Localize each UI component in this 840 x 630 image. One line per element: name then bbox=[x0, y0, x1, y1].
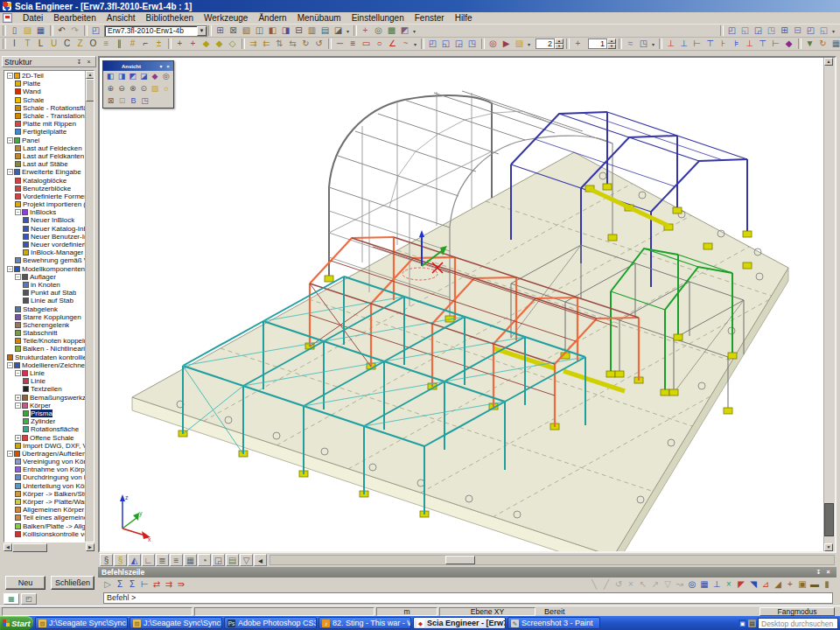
start-button[interactable]: Start bbox=[0, 616, 33, 630]
window-layout-6-icon[interactable]: ⊟ bbox=[791, 24, 804, 37]
tree-expander-icon[interactable]: − bbox=[7, 362, 13, 368]
tree-item-auflager[interactable]: −Auflager bbox=[5, 273, 86, 281]
move-back-icon[interactable]: ⇇ bbox=[260, 38, 273, 50]
scroll-left-icon[interactable]: ◀ bbox=[4, 543, 12, 551]
swap-icon[interactable]: ⇅ bbox=[273, 38, 286, 50]
copy-icon[interactable]: ◧ bbox=[266, 24, 279, 37]
tree-item-textzeilen[interactable]: Textzeilen bbox=[5, 385, 86, 393]
snap-mid-icon[interactable]: ⊿ bbox=[760, 578, 772, 591]
ansicht-toolbar-header[interactable]: Ansicht ▾ × bbox=[103, 61, 173, 71]
fly-icon[interactable]: ▶ bbox=[500, 38, 513, 50]
sum-all-icon[interactable]: Σ bbox=[126, 578, 138, 591]
cancel-icon[interactable]: × bbox=[625, 578, 637, 591]
tree-item-last-auf-feldkanten[interactable]: Last auf Feldkanten bbox=[5, 152, 86, 160]
support-node-icon[interactable]: ⊤ bbox=[704, 38, 717, 50]
tree-item-modellkomponenten[interactable]: −Modellkomponenten bbox=[5, 265, 86, 273]
support-roller-icon[interactable]: ⊢ bbox=[690, 38, 704, 50]
tree-expander-icon[interactable]: − bbox=[15, 274, 21, 280]
scroll-up-icon[interactable]: ▲ bbox=[824, 58, 833, 66]
tree-item-in-knoten[interactable]: in Knoten bbox=[5, 281, 86, 289]
toolbar-overflow-icon[interactable]: ▾ bbox=[830, 28, 836, 34]
support-point-icon[interactable]: ⊢ bbox=[769, 38, 782, 50]
view-front-icon[interactable]: ◧ bbox=[105, 72, 116, 82]
spin-down-icon[interactable]: ▼ bbox=[555, 44, 564, 49]
support-hinged-icon[interactable]: ⊥ bbox=[677, 38, 690, 50]
window-layout-1-icon[interactable]: ◰ bbox=[725, 24, 738, 37]
collapse-icon[interactable]: ◂ bbox=[254, 554, 267, 566]
layer-spinner-value[interactable]: 1 bbox=[588, 38, 607, 49]
tree-expander-icon[interactable]: − bbox=[7, 451, 13, 457]
tree-item-schale-rotationsflä[interactable]: Schale - Rotationsflä bbox=[5, 104, 86, 112]
undo-icon[interactable]: ↶ bbox=[55, 24, 68, 37]
window-layout-4-icon[interactable]: ◳ bbox=[765, 24, 778, 37]
view-window-2-icon[interactable]: ◱ bbox=[439, 38, 452, 50]
sum-selection-icon[interactable]: Σ bbox=[114, 578, 126, 591]
menu-bibliotheken[interactable]: Bibliotheken bbox=[141, 12, 199, 24]
tree-item-linie[interactable]: Linie bbox=[5, 377, 86, 385]
image-gallery-icon[interactable]: ▧ bbox=[240, 24, 253, 37]
tree-expander-icon[interactable]: − bbox=[7, 137, 13, 144]
tree-item-entnahme-von-körper[interactable]: Entnahme von Körper bbox=[5, 466, 86, 473]
target-icon[interactable]: ◎ bbox=[486, 38, 500, 50]
preview-icon[interactable]: ▥ bbox=[305, 24, 318, 37]
paste-icon[interactable]: ◨ bbox=[279, 24, 292, 37]
scroll-right-icon[interactable]: ▶ bbox=[86, 543, 94, 551]
rotate-back-icon[interactable]: ↺ bbox=[312, 38, 326, 50]
load-icon[interactable]: ▼ bbox=[803, 38, 816, 50]
zoom-out-icon[interactable]: ⊖ bbox=[116, 84, 128, 94]
scroll-down-icon[interactable]: ▼ bbox=[824, 543, 833, 551]
export-icon[interactable]: ◪ bbox=[332, 24, 345, 37]
view-top-icon[interactable]: ◩ bbox=[127, 72, 138, 82]
library-icon[interactable]: ▤ bbox=[318, 24, 332, 37]
clip-off-icon[interactable]: ⊡ bbox=[116, 96, 128, 107]
viewport-scroll-thumb[interactable] bbox=[824, 503, 834, 536]
task-scia[interactable]: ◆Scia Engineer - [Erw7... bbox=[413, 617, 506, 629]
node-add-icon[interactable]: + bbox=[173, 38, 186, 50]
print-data-icon[interactable]: ⊠ bbox=[227, 24, 240, 37]
support-fixed-icon[interactable]: ⊥ bbox=[664, 38, 677, 50]
tree-item-panel[interactable]: −Panel bbox=[5, 136, 86, 144]
view-save-icon[interactable]: ▨ bbox=[150, 84, 161, 94]
tree-item-balken-platte-allge[interactable]: Balken/Platte -> Allge bbox=[5, 522, 86, 530]
snap-intersect-icon[interactable]: + bbox=[784, 578, 796, 591]
fangmodus-button[interactable]: Fangmodus bbox=[760, 607, 835, 616]
tree-item-modellieren-zeichnen[interactable]: −Modellieren/Zeichnen bbox=[5, 361, 86, 369]
tree-item-neuer-vordefiniert[interactable]: Neuer vordefiniert bbox=[5, 241, 86, 248]
section-u-icon[interactable]: U bbox=[47, 38, 60, 50]
clip-box-icon[interactable]: ⊠ bbox=[105, 96, 116, 107]
toolbar-overflow-icon[interactable]: ▾ bbox=[650, 41, 656, 47]
menu-werkzeuge[interactable]: Werkzeuge bbox=[199, 12, 253, 24]
task-explorer-1[interactable]: ▨J:\Seagate Sync\SyncRe... bbox=[35, 617, 128, 629]
tree-item-balken-nichtlinearit[interactable]: Balken - Nichtlinearit bbox=[5, 345, 86, 353]
view-params-icon[interactable]: B bbox=[128, 96, 139, 107]
tree-expander-icon[interactable]: − bbox=[15, 370, 21, 376]
zoom-prev-icon[interactable]: ⊙ bbox=[138, 84, 150, 94]
cmd-opt-1-icon[interactable]: ▬ bbox=[808, 578, 821, 591]
tree-item-vordefinierte-formen[interactable]: Vordefinierte Formen bbox=[5, 192, 86, 200]
snap-cross-icon[interactable]: × bbox=[723, 578, 735, 591]
link-active-icon[interactable]: § bbox=[114, 554, 127, 566]
tree-item-bemaßungswerkzeug[interactable]: +Bemaßungswerkzeug bbox=[5, 394, 86, 402]
printer-icon[interactable]: ▤ bbox=[748, 620, 756, 627]
activity-icon[interactable]: ▤ bbox=[226, 554, 239, 566]
perpendicular-icon[interactable]: ⊢ bbox=[138, 578, 150, 591]
tree-item-fertigteilplatte[interactable]: Fertigteilplatte bbox=[5, 128, 86, 136]
paper-space-icon[interactable]: ◫ bbox=[253, 24, 266, 37]
tree-item-schale[interactable]: Schale bbox=[5, 96, 86, 104]
mesh-icon[interactable]: ▦ bbox=[830, 38, 840, 50]
toolbar-overflow-icon[interactable]: ▾ bbox=[412, 41, 418, 47]
scroll-up-icon[interactable]: ▲ bbox=[86, 71, 94, 79]
tree-item-linie[interactable]: −Linie bbox=[5, 369, 86, 377]
copies-spinner-value[interactable]: 2 bbox=[536, 38, 555, 49]
tree-item-übertragen-aufteilen-ver[interactable]: −Übertragen/Aufteilen/Ver bbox=[5, 450, 86, 458]
tree-item-unterteilung-von-körp[interactable]: Unterteilung von Körp bbox=[5, 482, 86, 490]
window-layout-8-icon[interactable]: ◱ bbox=[817, 24, 830, 37]
tree-scroll-thumb[interactable] bbox=[86, 79, 94, 102]
cmd-opt-2-icon[interactable]: ▮ bbox=[821, 578, 833, 591]
tree-item-platte[interactable]: Platte bbox=[5, 80, 86, 88]
copies-spinner[interactable]: 2▲▼ bbox=[536, 38, 564, 49]
print-icon[interactable]: ⊟ bbox=[292, 24, 305, 37]
menu-ändern[interactable]: Ändern bbox=[253, 12, 291, 24]
hinge-icon[interactable]: ◆ bbox=[782, 38, 795, 50]
exchange-icon[interactable]: ⇆ bbox=[286, 38, 299, 50]
